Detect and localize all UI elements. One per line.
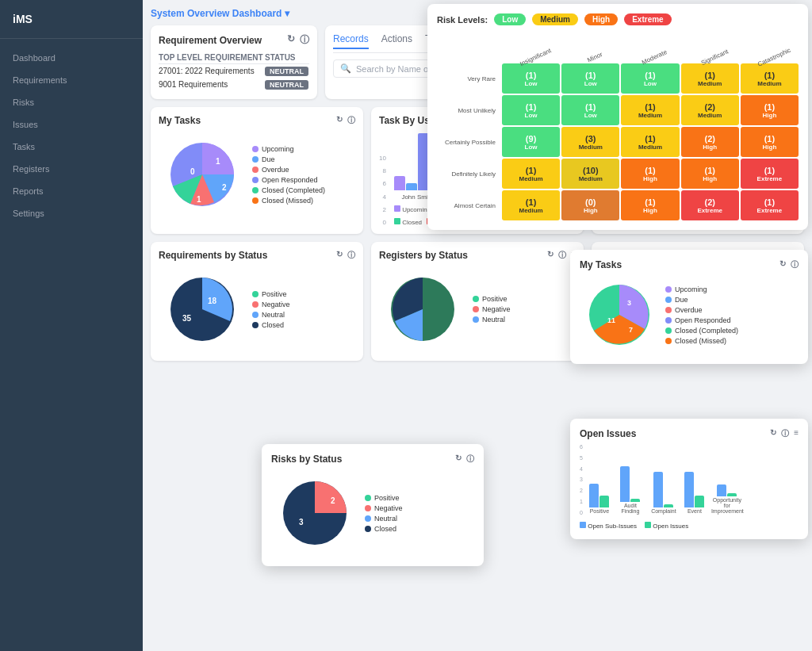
matrix-cell[interactable]: (1)Low (561, 95, 619, 125)
my-tasks-popup-title: My Tasks (580, 259, 622, 270)
risk-matrix-popup: Risk Levels: Low Medium High Extreme Ins… (427, 4, 808, 230)
refresh-icon[interactable]: ↻ (455, 454, 462, 465)
sidebar-item-registers[interactable]: Registers (0, 158, 143, 180)
svg-text:2: 2 (331, 496, 335, 505)
risks-popup-title: Risks by Status (271, 454, 342, 465)
requirement-table: TOP LEVEL REQUIREMENT STATUS 27001: 2022… (159, 52, 309, 91)
my-tasks-popup-chart: 3 7 11 Upcoming Due Overdue Open Respond… (580, 275, 799, 354)
dashboard-title: System Overview Dashboard (151, 8, 282, 19)
registers-legend: Positive Negative Neutral (473, 295, 511, 324)
risk-level-high[interactable]: High (584, 13, 618, 25)
matrix-cell[interactable]: (1)High (741, 127, 799, 157)
info-icon[interactable]: ⓘ (347, 115, 355, 126)
registers-pie (379, 266, 466, 353)
sidebar-item-requirements[interactable]: Requirements (0, 69, 143, 91)
menu-icon[interactable]: ≡ (794, 428, 799, 439)
table-row: 9001 Requirements NEUTRAL (159, 78, 309, 91)
risks-popup-chart: 2 3 Positive Negative Neutral Closed (271, 469, 474, 557)
matrix-cell[interactable]: (1)Medium (502, 159, 560, 189)
risks-by-status-popup: Risks by Status ↻ ⓘ 2 3 Positive Negativ… (262, 444, 484, 566)
requirements-chart: 18 35 Positive Negative Neutral Closed (159, 266, 355, 353)
sidebar-item-dashboard[interactable]: Dashboard (0, 47, 143, 69)
risk-levels-label: Risk Levels: (437, 15, 488, 25)
sidebar-item-settings[interactable]: Settings (0, 202, 143, 224)
search-icon: 🔍 (340, 63, 351, 74)
my-tasks-widget: My Tasks ↻ ⓘ 1 (151, 107, 363, 234)
refresh-icon[interactable]: ↻ (779, 259, 786, 270)
sidebar-item-risks[interactable]: Risks (0, 91, 143, 113)
requirements-pie: 18 35 (159, 266, 246, 353)
svg-text:11: 11 (607, 316, 615, 324)
matrix-cell[interactable]: (1)High (621, 159, 679, 189)
matrix-cell[interactable]: (1)High (621, 190, 679, 220)
tab-records[interactable]: Records (333, 33, 369, 49)
open-issues-popup: Open Issues ↻ ⓘ ≡ 6543210 Positive (570, 419, 808, 539)
info-icon[interactable]: ⓘ (558, 250, 566, 261)
my-tasks-pie: 1 2 1 0 (159, 131, 246, 218)
my-tasks-popup-legend: Upcoming Due Overdue Open Responded Clos… (665, 285, 738, 345)
svg-text:18: 18 (208, 297, 217, 305)
requirements-by-status-title: Requirements by Status (159, 250, 267, 261)
chevron-down-icon: ▾ (285, 8, 289, 19)
refresh-icon[interactable]: ↻ (336, 250, 343, 261)
matrix-cell[interactable]: (1)Extreme (741, 159, 799, 189)
sidebar: iMS Dashboard Requirements Risks Issues … (0, 0, 143, 651)
logo-area: iMS (0, 0, 143, 39)
my-tasks-popup: My Tasks ↻ ⓘ 3 7 11 Upcoming Due Overdue… (570, 250, 808, 364)
matrix-cell[interactable]: (1)Medium (621, 95, 679, 125)
menu-items: Dashboard Requirements Risks Issues Task… (0, 39, 143, 232)
info-icon[interactable]: ⓘ (781, 428, 789, 439)
refresh-icon[interactable]: ↻ (287, 33, 295, 47)
svg-text:7: 7 (629, 326, 633, 334)
sidebar-item-issues[interactable]: Issues (0, 113, 143, 136)
requirements-by-status-widget: Requirements by Status ↻ ⓘ 18 35 Positiv… (151, 242, 363, 361)
risk-level-extreme[interactable]: Extreme (624, 13, 671, 25)
sidebar-item-reports[interactable]: Reports (0, 180, 143, 202)
matrix-cell[interactable]: (9)Low (502, 127, 560, 157)
open-issues-popup-chart: 6543210 Positive Audit Finding (580, 444, 799, 515)
svg-text:1: 1 (216, 157, 220, 166)
refresh-icon[interactable]: ↻ (547, 250, 553, 261)
risks-popup-pie: 2 3 (271, 469, 358, 557)
registers-by-status-title: Registers by Status (379, 250, 468, 261)
info-icon[interactable]: ⓘ (466, 454, 474, 465)
registers-by-status-widget: Registers by Status ↻ ⓘ ≡ Positive (371, 242, 584, 361)
matrix-cell[interactable]: (0)High (561, 190, 619, 220)
matrix-cell[interactable]: (1)High (681, 159, 739, 189)
my-tasks-title: My Tasks (159, 115, 201, 126)
my-tasks-chart: 1 2 1 0 Upcoming Due Overdue Open Respon… (159, 131, 355, 218)
svg-text:3: 3 (299, 518, 304, 527)
refresh-icon[interactable]: ↻ (336, 115, 343, 126)
risk-level-low[interactable]: Low (494, 13, 526, 25)
info-icon[interactable]: ⓘ (347, 250, 355, 261)
table-row: 27001: 2022 Requirements NEUTRAL (159, 64, 309, 79)
matrix-cell[interactable]: (1)Medium (621, 127, 679, 157)
matrix-cell[interactable]: (2)High (681, 127, 739, 157)
page: iMS Dashboard Requirements Risks Issues … (0, 0, 812, 651)
logo: iMS (13, 13, 130, 25)
my-tasks-popup-pie: 3 7 11 (580, 275, 659, 354)
sidebar-item-tasks[interactable]: Tasks (0, 136, 143, 158)
requirement-overview-widget: Requirement Overview ↻ ⓘ TOP LEVEL REQUI… (151, 25, 317, 99)
svg-text:2: 2 (222, 183, 227, 192)
svg-text:1: 1 (197, 195, 201, 204)
matrix-cell[interactable]: (2)Medium (681, 95, 739, 125)
matrix-cell[interactable]: (10)Medium (561, 159, 619, 189)
matrix-cell[interactable]: (1)Extreme (741, 190, 799, 220)
svg-text:0: 0 (190, 167, 195, 176)
info-icon[interactable]: ⓘ (300, 33, 309, 47)
info-icon[interactable]: ⓘ (791, 259, 799, 270)
risks-popup-legend: Positive Negative Neutral Closed (365, 494, 403, 533)
risk-level-medium[interactable]: Medium (532, 13, 578, 25)
svg-text:35: 35 (182, 314, 192, 323)
my-tasks-legend: Upcoming Due Overdue Open Responded Clos… (252, 145, 325, 205)
refresh-icon[interactable]: ↻ (770, 428, 776, 439)
matrix-cell[interactable]: (1)Medium (502, 190, 560, 220)
requirements-legend: Positive Negative Neutral Closed (252, 290, 290, 329)
tab-actions[interactable]: Actions (381, 33, 412, 49)
matrix-cell[interactable]: (1)High (741, 95, 799, 125)
matrix-cell[interactable]: (1)Low (502, 95, 560, 125)
matrix-cell[interactable]: (2)Extreme (681, 190, 739, 220)
requirement-overview-title: Requirement Overview ↻ ⓘ (159, 33, 309, 47)
matrix-cell[interactable]: (3)Medium (561, 127, 619, 157)
